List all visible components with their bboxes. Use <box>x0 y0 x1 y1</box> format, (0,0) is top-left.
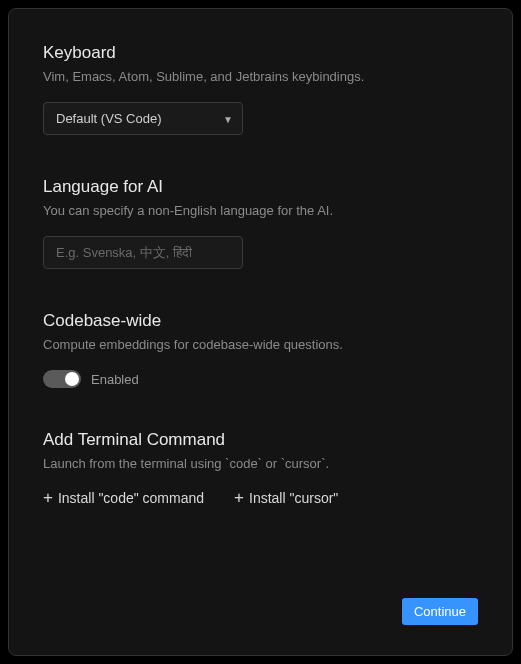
terminal-title: Add Terminal Command <box>43 430 478 450</box>
keyboard-select[interactable]: Default (VS Code) <box>43 102 243 135</box>
install-cursor-button[interactable]: + Install "cursor" <box>234 489 338 506</box>
codebase-toggle-row: Enabled <box>43 370 478 388</box>
install-cursor-label: Install "cursor" <box>249 490 338 506</box>
language-title: Language for AI <box>43 177 478 197</box>
keyboard-desc: Vim, Emacs, Atom, Sublime, and Jetbrains… <box>43 69 478 84</box>
codebase-toggle[interactable] <box>43 370 81 388</box>
continue-button[interactable]: Continue <box>402 598 478 625</box>
keyboard-title: Keyboard <box>43 43 478 63</box>
codebase-toggle-label: Enabled <box>91 372 139 387</box>
codebase-desc: Compute embeddings for codebase-wide que… <box>43 337 478 352</box>
footer: Continue <box>402 598 478 625</box>
keyboard-select-wrap: Default (VS Code) ▼ <box>43 102 243 135</box>
install-row: + Install "code" command + Install "curs… <box>43 489 478 506</box>
settings-panel: Keyboard Vim, Emacs, Atom, Sublime, and … <box>8 8 513 656</box>
plus-icon: + <box>234 489 244 506</box>
keyboard-section: Keyboard Vim, Emacs, Atom, Sublime, and … <box>43 43 478 135</box>
install-code-label: Install "code" command <box>58 490 204 506</box>
language-input[interactable] <box>43 236 243 269</box>
language-desc: You can specify a non-English language f… <box>43 203 478 218</box>
terminal-desc: Launch from the terminal using `code` or… <box>43 456 478 471</box>
language-section: Language for AI You can specify a non-En… <box>43 177 478 269</box>
terminal-section: Add Terminal Command Launch from the ter… <box>43 430 478 506</box>
toggle-knob-icon <box>65 372 79 386</box>
codebase-section: Codebase-wide Compute embeddings for cod… <box>43 311 478 388</box>
install-code-button[interactable]: + Install "code" command <box>43 489 204 506</box>
codebase-title: Codebase-wide <box>43 311 478 331</box>
plus-icon: + <box>43 489 53 506</box>
